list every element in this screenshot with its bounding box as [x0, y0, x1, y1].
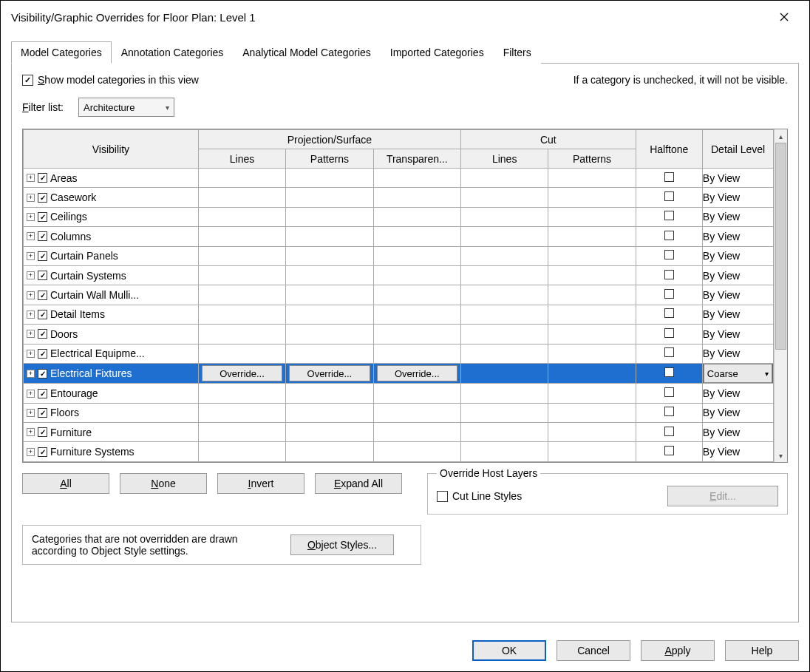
- detail-level-combo[interactable]: Coarse▾: [704, 364, 772, 383]
- expand-icon[interactable]: +: [27, 252, 35, 260]
- close-button[interactable]: [769, 6, 799, 28]
- visibility-checkbox[interactable]: [38, 349, 47, 359]
- category-name: Casework: [50, 191, 96, 203]
- apply-button[interactable]: Apply: [641, 640, 715, 661]
- table-row[interactable]: +FloorsBy View: [24, 403, 774, 422]
- visibility-checkbox[interactable]: [38, 310, 47, 319]
- cancel-button[interactable]: Cancel: [557, 640, 630, 661]
- table-row[interactable]: +CaseworkBy View: [24, 188, 774, 207]
- vertical-scrollbar[interactable]: ▴ ▾: [774, 129, 787, 462]
- hdr-cut-lines[interactable]: Lines: [460, 149, 548, 169]
- expand-icon[interactable]: +: [27, 174, 35, 182]
- expand-all-button[interactable]: Expand All: [315, 473, 402, 494]
- halftone-checkbox[interactable]: [664, 308, 674, 318]
- expand-icon[interactable]: +: [27, 232, 35, 240]
- tab-model-categories[interactable]: Model Categories: [11, 41, 112, 64]
- tab-imported-categories[interactable]: Imported Categories: [381, 41, 494, 64]
- halftone-checkbox[interactable]: [664, 407, 674, 416]
- halftone-checkbox[interactable]: [664, 211, 674, 220]
- expand-icon[interactable]: +: [27, 330, 35, 338]
- scroll-thumb[interactable]: [775, 143, 786, 350]
- halftone-checkbox[interactable]: [664, 446, 674, 455]
- visibility-checkbox[interactable]: [38, 231, 47, 241]
- halftone-checkbox[interactable]: [664, 289, 674, 299]
- table-row[interactable]: +Detail ItemsBy View: [24, 305, 774, 324]
- detail-level-value: By View: [703, 270, 740, 282]
- halftone-checkbox[interactable]: [664, 347, 674, 357]
- table-row[interactable]: +Curtain PanelsBy View: [24, 246, 774, 265]
- visibility-checkbox[interactable]: [38, 427, 47, 437]
- table-row[interactable]: +Curtain SystemsBy View: [24, 265, 774, 285]
- visibility-checkbox[interactable]: [38, 173, 47, 183]
- halftone-checkbox[interactable]: [664, 172, 674, 182]
- halftone-checkbox[interactable]: [664, 270, 674, 279]
- table-row[interactable]: +Furniture SystemsBy View: [24, 442, 774, 462]
- table-row[interactable]: +FurnitureBy View: [24, 423, 774, 442]
- hdr-detail[interactable]: Detail Level: [702, 130, 773, 169]
- help-button[interactable]: Help: [725, 640, 799, 661]
- show-categories-checkbox[interactable]: Show model categories in this view: [22, 74, 199, 86]
- expand-icon[interactable]: +: [27, 271, 35, 279]
- visibility-checkbox[interactable]: [38, 212, 47, 222]
- visibility-checkbox[interactable]: [38, 271, 47, 280]
- expand-icon[interactable]: +: [27, 448, 35, 456]
- category-table[interactable]: Visibility Projection/Surface Cut Halfto…: [23, 129, 774, 462]
- hdr-cut-patterns[interactable]: Patterns: [548, 149, 636, 169]
- visibility-checkbox[interactable]: [38, 408, 47, 418]
- halftone-checkbox[interactable]: [664, 191, 674, 201]
- ok-button[interactable]: OK: [472, 640, 546, 661]
- table-row[interactable]: +ColumnsBy View: [24, 227, 774, 246]
- tab-filters[interactable]: Filters: [494, 41, 541, 64]
- override-button[interactable]: Override...: [202, 365, 282, 381]
- hdr-visibility[interactable]: Visibility: [24, 130, 199, 169]
- expand-icon[interactable]: +: [27, 213, 35, 221]
- override-button[interactable]: Override...: [289, 365, 370, 381]
- halftone-checkbox[interactable]: [664, 427, 674, 436]
- visibility-checkbox[interactable]: [38, 291, 47, 300]
- table-row[interactable]: +Electrical Equipme...By View: [24, 344, 774, 363]
- cut-line-styles-checkbox[interactable]: Cut Line Styles: [437, 490, 522, 502]
- hdr-cut[interactable]: Cut: [460, 130, 636, 149]
- scroll-up-arrow-icon[interactable]: ▴: [775, 129, 787, 143]
- expand-icon[interactable]: +: [27, 310, 35, 319]
- table-row[interactable]: +AreasBy View: [24, 169, 774, 188]
- hdr-proj-transp[interactable]: Transparen...: [373, 149, 460, 169]
- visibility-checkbox[interactable]: [38, 447, 47, 457]
- expand-icon[interactable]: +: [27, 350, 35, 358]
- halftone-checkbox[interactable]: [664, 328, 674, 338]
- override-host-layers-group: Override Host Layers Cut Line Styles Edi…: [427, 473, 788, 515]
- table-row[interactable]: +CeilingsBy View: [24, 207, 774, 226]
- invert-button[interactable]: Invert: [217, 473, 304, 494]
- halftone-checkbox[interactable]: [664, 387, 674, 397]
- expand-icon[interactable]: +: [27, 194, 35, 202]
- expand-icon[interactable]: +: [27, 370, 35, 378]
- object-styles-button[interactable]: Object Styles...: [290, 534, 394, 555]
- filter-list-combo[interactable]: Architecture ▾: [78, 98, 174, 117]
- table-row[interactable]: +Curtain Wall Mulli...By View: [24, 285, 774, 305]
- override-button[interactable]: Override...: [377, 365, 457, 381]
- tab-analytical-model-categories[interactable]: Analytical Model Categories: [233, 41, 381, 64]
- table-row[interactable]: +EntourageBy View: [24, 384, 774, 403]
- expand-icon[interactable]: +: [27, 409, 35, 417]
- hdr-proj-patterns[interactable]: Patterns: [286, 149, 373, 169]
- hdr-halftone[interactable]: Halftone: [636, 130, 702, 169]
- visibility-checkbox[interactable]: [38, 389, 47, 398]
- halftone-checkbox[interactable]: [664, 367, 674, 377]
- visibility-checkbox[interactable]: [38, 193, 47, 203]
- expand-icon[interactable]: +: [27, 390, 35, 398]
- visibility-checkbox[interactable]: [38, 369, 47, 379]
- visibility-checkbox[interactable]: [38, 329, 47, 339]
- select-none-button[interactable]: None: [120, 473, 207, 494]
- halftone-checkbox[interactable]: [664, 250, 674, 259]
- hdr-proj-lines[interactable]: Lines: [198, 149, 285, 169]
- visibility-checkbox[interactable]: [38, 251, 47, 261]
- scroll-down-arrow-icon[interactable]: ▾: [775, 449, 787, 462]
- expand-icon[interactable]: +: [27, 291, 35, 299]
- expand-icon[interactable]: +: [27, 428, 35, 436]
- select-all-button[interactable]: All: [22, 473, 109, 494]
- tab-annotation-categories[interactable]: Annotation Categories: [112, 41, 234, 64]
- halftone-checkbox[interactable]: [664, 231, 674, 240]
- table-row[interactable]: +Electrical FixturesOverride...Override.…: [24, 363, 774, 383]
- table-row[interactable]: +DoorsBy View: [24, 325, 774, 344]
- hdr-projection[interactable]: Projection/Surface: [198, 130, 460, 149]
